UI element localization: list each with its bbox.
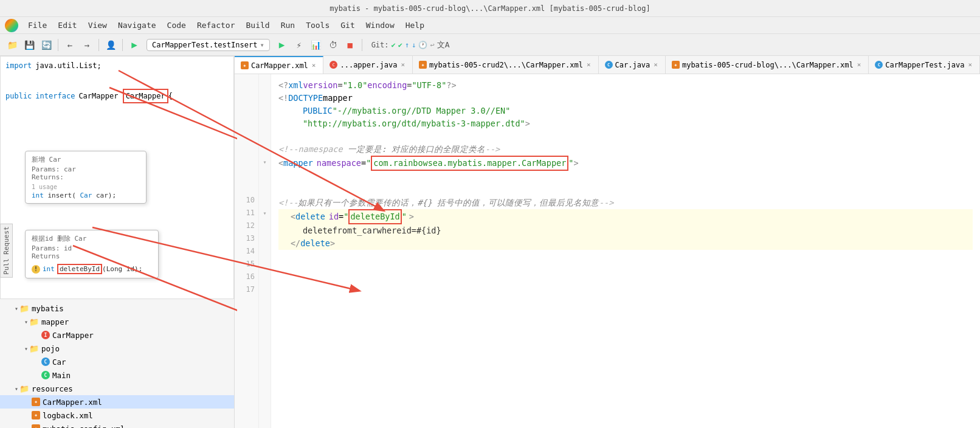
tree-logback-xml[interactable]: ◈ logback.xml [0, 409, 234, 422]
tree-carmapper-xml[interactable]: ◈ CarMapper.xml [0, 395, 234, 409]
git-history-icon[interactable]: 🕐 [418, 41, 427, 49]
menu-edit[interactable]: Edit [53, 19, 81, 31]
git-revert-icon[interactable]: ↩ [430, 41, 434, 49]
translate-icon[interactable]: 文A [437, 40, 450, 50]
code-content[interactable]: <?xml version="1.0" encoding="UTF-8" ?> … [271, 74, 980, 428]
tab-label-car-java: Car.java [615, 61, 650, 69]
sql-table: t_car [352, 224, 377, 237]
tab-close-6[interactable]: × [967, 60, 973, 69]
stop-btn[interactable]: ■ [343, 38, 357, 52]
forward-btn[interactable]: → [80, 38, 94, 52]
comment-delete-close: --> [599, 196, 613, 209]
profile-btn[interactable]: ⏱ [326, 38, 340, 52]
menu-tools[interactable]: Tools [301, 19, 334, 31]
debug-btn[interactable]: ▶ [275, 38, 289, 52]
tree-mybatis-config-xml[interactable]: ◈ mybatis-config.xml [0, 422, 234, 428]
code-line-xml-decl: <?xml version="1.0" encoding="UTF-8" ?> [278, 79, 973, 92]
tab-car-java[interactable]: C Car.java × [599, 56, 666, 74]
tree-mybatis[interactable]: ▾ 📁 mybatis [0, 302, 234, 315]
coverage-btn[interactable]: 📊 [309, 38, 323, 52]
comment-delete-text: 如果只有一个参数需要传的话，#{} 括号中的值，可以随便写，但最后见名知意 [298, 196, 599, 209]
menu-file[interactable]: File [23, 19, 52, 31]
xml-decl-eq1: = [337, 79, 342, 92]
run-config-label: CarMapperTest.testInsert [152, 41, 257, 49]
git-check-icon: ✔ [392, 41, 396, 49]
tab-close-1[interactable]: × [311, 61, 317, 70]
git-push-icon[interactable]: ↑ [405, 41, 409, 49]
car-type: Car [80, 192, 92, 199]
xml-decl-bracket1: <? [278, 79, 288, 92]
ln-blank1 [235, 79, 255, 92]
tree-main[interactable]: C Main [0, 368, 234, 382]
tab-label-carmapper-xml: CarMapper.xml [251, 61, 308, 70]
ln-13: 13 [235, 232, 255, 245]
menu-git[interactable]: Git [336, 19, 359, 31]
tab-close-3[interactable]: × [585, 60, 592, 69]
xml-decl-bracket2: ?> [446, 79, 456, 92]
dropdown-arrow: ▾ [260, 41, 264, 49]
logback-xml-label: logback.xml [43, 411, 93, 420]
menu-code[interactable]: Code [162, 19, 191, 31]
run-arrow-btn[interactable]: ▶ [127, 38, 142, 52]
interface-keyword: interface [35, 91, 75, 102]
tab-bar: ◈ CarMapper.xml × C ...apper.java × ◈ my… [235, 56, 980, 74]
tree-resources[interactable]: ▾ 📁 resources [0, 382, 234, 395]
popup2-params: Params: id [32, 244, 152, 252]
menu-build[interactable]: Build [241, 19, 275, 31]
git-pull-icon[interactable]: ↓ [412, 41, 416, 49]
tab-carmapper-test[interactable]: C CarMapperTest.java × [869, 56, 980, 74]
refresh-btn[interactable]: 🔄 [39, 38, 53, 52]
menu-view[interactable]: View [83, 19, 112, 31]
right-panel: ◈ CarMapper.xml × C ...apper.java × ◈ my… [235, 56, 980, 428]
folder-resources-icon: 📁 [19, 384, 29, 393]
import-keyword: import [5, 60, 32, 71]
tab-java-icon-car: C [605, 61, 613, 69]
tab-mapper-java[interactable]: C ...apper.java × [323, 56, 413, 74]
popup2-returns: Returns [32, 252, 152, 260]
tab-carmapper-xml[interactable]: ◈ CarMapper.xml × [235, 56, 324, 74]
menu-window[interactable]: Window [361, 19, 399, 31]
run2-btn[interactable]: ⚡ [292, 38, 306, 52]
run-config-selector[interactable]: CarMapperTest.testInsert ▾ [147, 39, 270, 51]
menu-refactor[interactable]: Refactor [192, 19, 240, 31]
code-line-blank17 [278, 288, 973, 301]
tree-carmapper[interactable]: I CarMapper [0, 328, 234, 342]
car-icon: C [41, 357, 50, 366]
carmapper-label: CarMapper [52, 331, 94, 340]
menu-navigate[interactable]: Navigate [113, 19, 161, 31]
menu-run[interactable]: Run [276, 19, 300, 31]
open-folder-btn[interactable]: 📁 [5, 38, 19, 52]
gutter-blank2 [259, 92, 271, 105]
tab-close-4[interactable]: × [652, 60, 659, 69]
xml-decl-eq2: = [407, 79, 412, 92]
sql-id: id= [402, 224, 416, 237]
git-section: Git: ✔ ✔ ↑ ↓ 🕐 ↩ 文A [371, 40, 450, 50]
save-btn[interactable]: 💾 [22, 38, 36, 52]
back-btn[interactable]: ← [63, 38, 77, 52]
tab-label-blog-carmapper: mybatis-005-crud-blog\...\CarMapper.xml [682, 61, 854, 69]
git-update-btn[interactable]: 👤 [103, 38, 118, 52]
delete-eq: = [339, 210, 343, 223]
tab-crud2-carmapper[interactable]: ◈ mybatis-005-crud2\...\CarMapper.xml × [413, 56, 599, 74]
gutter-blank1 [259, 79, 271, 92]
title-bar: mybatis - mybatis-005-crud-blog\...\CarM… [0, 0, 980, 17]
tab-blog-carmapper[interactable]: ◈ mybatis-005-crud-blog\...\CarMapper.xm… [666, 56, 869, 74]
tree-pojo[interactable]: ▾ 📁 pojo [0, 342, 234, 355]
code-line-delete-close: </delete> [278, 237, 973, 250]
code-line-blank16 [278, 275, 973, 288]
left-line-interface: public interface CarMapper CarMapper { [5, 91, 229, 102]
code-line-dtd: "http://mybatis.org/dtd/mybatis-3-mapper… [278, 117, 973, 130]
pull-request-tab[interactable]: Pull Request [0, 223, 13, 277]
menu-help[interactable]: Help [401, 19, 429, 31]
tree-car[interactable]: C Car [0, 355, 234, 368]
logback-xml-icon: ◈ [32, 411, 40, 419]
fold-mapper[interactable]: ▾ [259, 156, 271, 168]
import-path: java.util.List; [35, 60, 101, 71]
fold-delete[interactable]: ▾ [259, 207, 271, 219]
sql-where: where [377, 224, 402, 237]
tab-close-5[interactable]: × [856, 60, 863, 69]
tab-close-2[interactable]: × [399, 60, 406, 69]
ln-blank3 [235, 105, 255, 117]
tree-mapper[interactable]: ▾ 📁 mapper [0, 315, 234, 328]
comment-ns-text: <!--namespace [278, 143, 343, 156]
